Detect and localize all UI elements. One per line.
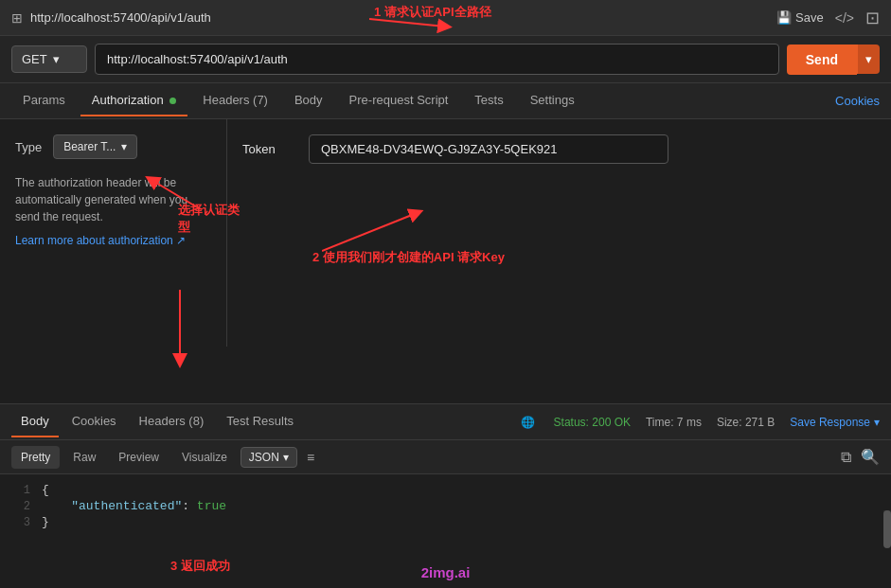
save-response-chevron: ▾ <box>874 416 880 429</box>
auth-dot <box>169 98 176 104</box>
send-dropdown-button[interactable]: ▾ <box>857 45 880 74</box>
watermark: 2img.ai <box>421 564 471 580</box>
tab-authorization[interactable]: Authorization <box>80 85 188 116</box>
tab-headers[interactable]: Headers (7) <box>191 85 279 116</box>
auth-description: The authorization header will be automat… <box>15 174 211 225</box>
indent-icon[interactable]: ≡ <box>307 450 314 465</box>
tab-settings[interactable]: Settings <box>519 85 586 116</box>
method-label: GET <box>22 52 47 66</box>
scroll-track[interactable] <box>883 510 891 538</box>
save-button[interactable]: 💾 Save <box>776 10 824 25</box>
fmt-tab-raw[interactable]: Raw <box>63 446 105 469</box>
response-tabs-left: Body Cookies Headers (8) Test Results <box>11 406 303 437</box>
url-input[interactable] <box>95 44 779 75</box>
tab-tests[interactable]: Tests <box>463 85 514 116</box>
code-line-1: 1 { <box>0 482 891 498</box>
globe-icon: 🌐 <box>521 416 535 429</box>
type-row: Type Bearer T... ▾ <box>15 134 211 159</box>
layout-icon[interactable]: ⊡ <box>865 8 880 28</box>
main-content: Type Bearer T... ▾ The authorization hea… <box>0 119 891 347</box>
save-icon: 💾 <box>776 10 792 25</box>
type-label: Type <box>15 140 42 154</box>
format-bar: Pretty Raw Preview Visualize JSON ▾ ≡ ⧉ … <box>0 440 891 474</box>
response-tab-body[interactable]: Body <box>11 406 59 437</box>
title-bar-right: 💾 Save </> ⊡ <box>776 8 880 28</box>
code-line-2: 2 "authenticated": true <box>0 498 891 514</box>
request-tabs-row: Params Authorization Headers (7) Body Pr… <box>0 83 891 119</box>
format-select[interactable]: JSON ▾ <box>241 447 297 468</box>
code-line-3: 3 } <box>0 514 891 530</box>
fmt-tab-preview[interactable]: Preview <box>109 446 169 469</box>
title-bar: ⊞ http://localhost:57400/api/v1/auth 💾 S… <box>0 0 891 36</box>
token-row: Token <box>242 134 876 164</box>
token-input[interactable] <box>309 134 668 164</box>
grid-icon: ⊞ <box>11 10 23 26</box>
method-chevron: ▾ <box>53 52 60 66</box>
response-panel: Body Cookies Headers (8) Test Results 🌐 … <box>0 403 891 588</box>
time-label: Time: 7 ms <box>646 416 702 429</box>
send-btn-group: Send ▾ <box>787 45 880 75</box>
format-value: JSON <box>249 451 279 464</box>
cookies-link[interactable]: Cookies <box>835 94 880 108</box>
tab-params[interactable]: Params <box>11 85 77 116</box>
arrow4-svg <box>151 290 208 375</box>
fmt-tab-visualize[interactable]: Visualize <box>172 446 237 469</box>
response-tab-headers[interactable]: Headers (8) <box>130 406 214 437</box>
token-label: Token <box>242 142 290 156</box>
response-status: 🌐 Status: 200 OK Time: 7 ms Size: 271 B … <box>521 416 880 429</box>
scroll-thumb[interactable] <box>883 510 891 548</box>
type-chevron: ▾ <box>121 140 127 153</box>
learn-more-link[interactable]: Learn more about authorization ↗ <box>15 234 186 247</box>
code-icon[interactable]: </> <box>835 10 854 26</box>
save-response-btn[interactable]: Save Response ▾ <box>790 416 880 429</box>
spacer <box>0 347 891 364</box>
method-select[interactable]: GET ▾ <box>11 45 87 73</box>
code-area: 1 { 2 "authenticated": true 3 } <box>0 474 891 538</box>
send-button[interactable]: Send <box>787 45 857 75</box>
format-chevron: ▾ <box>283 451 289 464</box>
url-bar: GET ▾ Send ▾ <box>0 36 891 83</box>
status-ok: Status: 200 OK <box>554 416 631 429</box>
type-value: Bearer T... <box>63 140 116 153</box>
response-tab-testresults[interactable]: Test Results <box>217 406 303 437</box>
format-bar-right: ⧉ 🔍 <box>841 448 880 466</box>
size-label: Size: 271 B <box>717 416 775 429</box>
fmt-tab-pretty[interactable]: Pretty <box>11 446 60 469</box>
copy-icon[interactable]: ⧉ <box>841 449 851 466</box>
search-icon[interactable]: 🔍 <box>861 448 880 466</box>
title-bar-left: ⊞ http://localhost:57400/api/v1/auth <box>11 10 211 26</box>
right-panel: Token <box>227 119 891 347</box>
tab-body[interactable]: Body <box>283 85 334 116</box>
title-url: http://localhost:57400/api/v1/auth <box>30 10 211 25</box>
response-tab-cookies[interactable]: Cookies <box>62 406 126 437</box>
tab-prerequest[interactable]: Pre-request Script <box>338 85 460 116</box>
request-tabs: Params Authorization Headers (7) Body Pr… <box>11 85 586 116</box>
type-select[interactable]: Bearer T... ▾ <box>53 134 137 159</box>
response-tabs-row: Body Cookies Headers (8) Test Results 🌐 … <box>0 404 891 440</box>
ann4-label: 3 返回成功 <box>170 559 230 573</box>
